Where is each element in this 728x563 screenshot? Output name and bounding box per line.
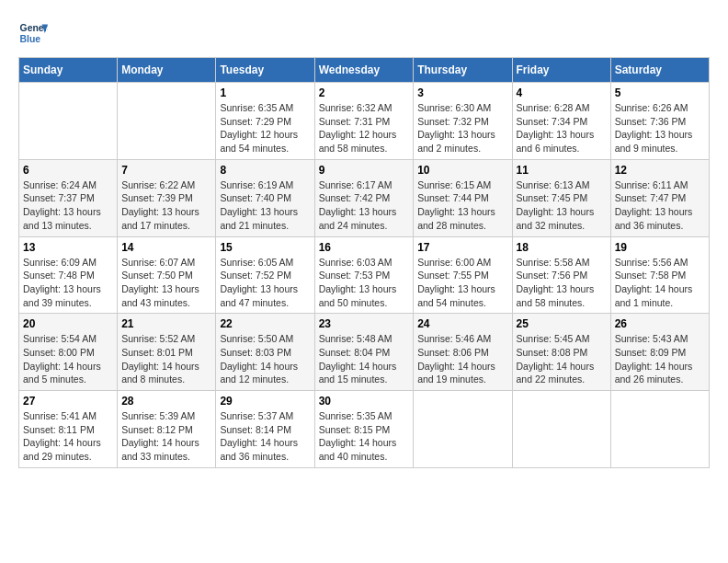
calendar-cell: 26Sunrise: 5:43 AMSunset: 8:09 PMDayligh… — [610, 314, 709, 391]
day-info: Sunrise: 5:45 AMSunset: 8:08 PMDaylight:… — [517, 332, 607, 386]
calendar-cell: 9Sunrise: 6:17 AMSunset: 7:42 PMDaylight… — [314, 159, 414, 236]
day-info: Sunrise: 5:41 AMSunset: 8:11 PMDaylight:… — [23, 409, 113, 464]
calendar-cell: 3Sunrise: 6:30 AMSunset: 7:32 PMDaylight… — [414, 83, 512, 160]
day-info: Sunrise: 6:03 AMSunset: 7:53 PMDaylight:… — [319, 256, 410, 310]
day-number: 1 — [220, 86, 310, 99]
day-info: Sunrise: 5:48 AMSunset: 8:04 PMDaylight:… — [319, 332, 410, 386]
day-info: Sunrise: 5:56 AMSunset: 7:58 PMDaylight:… — [615, 256, 705, 310]
day-info: Sunrise: 6:09 AMSunset: 7:48 PMDaylight:… — [23, 256, 113, 310]
weekday-header: Wednesday — [314, 58, 414, 83]
calendar-cell: 27Sunrise: 5:41 AMSunset: 8:11 PMDayligh… — [19, 391, 118, 468]
calendar-cell — [19, 83, 118, 160]
calendar-cell: 29Sunrise: 5:37 AMSunset: 8:14 PMDayligh… — [216, 391, 314, 468]
day-number: 5 — [615, 86, 705, 99]
calendar-cell: 1Sunrise: 6:35 AMSunset: 7:29 PMDaylight… — [216, 83, 314, 160]
day-number: 27 — [23, 395, 113, 408]
day-number: 18 — [517, 241, 607, 254]
calendar-cell: 16Sunrise: 6:03 AMSunset: 7:53 PMDayligh… — [314, 236, 414, 314]
day-number: 28 — [121, 395, 211, 408]
calendar-cell: 8Sunrise: 6:19 AMSunset: 7:40 PMDaylight… — [216, 159, 314, 236]
calendar-cell — [512, 391, 610, 468]
day-number: 15 — [220, 241, 310, 254]
day-number: 21 — [121, 317, 211, 330]
day-info: Sunrise: 6:17 AMSunset: 7:42 PMDaylight:… — [319, 178, 410, 233]
svg-text:Blue: Blue — [20, 34, 41, 44]
calendar-cell: 7Sunrise: 6:22 AMSunset: 7:39 PMDaylight… — [118, 159, 216, 236]
calendar-cell: 18Sunrise: 5:58 AMSunset: 7:56 PMDayligh… — [512, 236, 610, 314]
calendar-cell: 28Sunrise: 5:39 AMSunset: 8:12 PMDayligh… — [118, 391, 216, 468]
calendar-cell — [610, 391, 709, 468]
calendar-cell: 5Sunrise: 6:26 AMSunset: 7:36 PMDaylight… — [610, 83, 709, 160]
day-info: Sunrise: 6:28 AMSunset: 7:34 PMDaylight:… — [517, 101, 607, 155]
day-info: Sunrise: 6:30 AMSunset: 7:32 PMDaylight:… — [417, 101, 507, 155]
day-info: Sunrise: 6:11 AMSunset: 7:47 PMDaylight:… — [615, 178, 705, 233]
day-number: 13 — [23, 241, 113, 254]
day-info: Sunrise: 5:52 AMSunset: 8:01 PMDaylight:… — [121, 332, 211, 386]
calendar-cell — [414, 391, 512, 468]
logo: General Blue — [18, 18, 48, 48]
calendar-cell: 21Sunrise: 5:52 AMSunset: 8:01 PMDayligh… — [118, 314, 216, 391]
day-number: 12 — [615, 164, 705, 177]
calendar-cell: 24Sunrise: 5:46 AMSunset: 8:06 PMDayligh… — [414, 314, 512, 391]
day-info: Sunrise: 6:26 AMSunset: 7:36 PMDaylight:… — [615, 101, 705, 155]
calendar-cell: 30Sunrise: 5:35 AMSunset: 8:15 PMDayligh… — [314, 391, 414, 468]
day-info: Sunrise: 5:35 AMSunset: 8:15 PMDaylight:… — [319, 409, 410, 464]
day-info: Sunrise: 6:15 AMSunset: 7:44 PMDaylight:… — [417, 178, 507, 233]
day-number: 20 — [23, 317, 113, 330]
calendar-cell: 2Sunrise: 6:32 AMSunset: 7:31 PMDaylight… — [314, 83, 414, 160]
calendar-cell: 19Sunrise: 5:56 AMSunset: 7:58 PMDayligh… — [610, 236, 709, 314]
calendar-cell: 23Sunrise: 5:48 AMSunset: 8:04 PMDayligh… — [314, 314, 414, 391]
day-info: Sunrise: 6:13 AMSunset: 7:45 PMDaylight:… — [517, 178, 607, 233]
day-number: 9 — [319, 164, 410, 177]
calendar-cell: 15Sunrise: 6:05 AMSunset: 7:52 PMDayligh… — [216, 236, 314, 314]
weekday-header: Tuesday — [216, 58, 314, 83]
day-number: 2 — [319, 86, 410, 99]
day-info: Sunrise: 6:24 AMSunset: 7:37 PMDaylight:… — [23, 178, 113, 233]
day-info: Sunrise: 5:39 AMSunset: 8:12 PMDaylight:… — [121, 409, 211, 464]
calendar-cell: 6Sunrise: 6:24 AMSunset: 7:37 PMDaylight… — [19, 159, 118, 236]
day-number: 29 — [220, 395, 310, 408]
day-info: Sunrise: 6:19 AMSunset: 7:40 PMDaylight:… — [220, 178, 310, 233]
calendar-cell: 14Sunrise: 6:07 AMSunset: 7:50 PMDayligh… — [118, 236, 216, 314]
day-number: 26 — [615, 317, 705, 330]
calendar-cell: 13Sunrise: 6:09 AMSunset: 7:48 PMDayligh… — [19, 236, 118, 314]
day-info: Sunrise: 5:50 AMSunset: 8:03 PMDaylight:… — [220, 332, 310, 386]
day-info: Sunrise: 5:58 AMSunset: 7:56 PMDaylight:… — [517, 256, 607, 310]
day-number: 6 — [23, 164, 113, 177]
day-info: Sunrise: 5:54 AMSunset: 8:00 PMDaylight:… — [23, 332, 113, 386]
day-number: 17 — [417, 241, 507, 254]
day-info: Sunrise: 6:07 AMSunset: 7:50 PMDaylight:… — [121, 256, 211, 310]
day-number: 19 — [615, 241, 705, 254]
day-number: 4 — [517, 86, 607, 99]
day-number: 3 — [417, 86, 507, 99]
calendar-cell: 4Sunrise: 6:28 AMSunset: 7:34 PMDaylight… — [512, 83, 610, 160]
day-number: 30 — [319, 395, 410, 408]
day-info: Sunrise: 6:35 AMSunset: 7:29 PMDaylight:… — [220, 101, 310, 155]
calendar-cell — [118, 83, 216, 160]
weekday-header: Monday — [118, 58, 216, 83]
page-header: General Blue — [18, 18, 710, 48]
day-number: 7 — [121, 164, 211, 177]
calendar-cell: 22Sunrise: 5:50 AMSunset: 8:03 PMDayligh… — [216, 314, 314, 391]
day-info: Sunrise: 5:46 AMSunset: 8:06 PMDaylight:… — [417, 332, 507, 386]
day-number: 8 — [220, 164, 310, 177]
day-info: Sunrise: 6:32 AMSunset: 7:31 PMDaylight:… — [319, 101, 410, 155]
calendar-cell: 17Sunrise: 6:00 AMSunset: 7:55 PMDayligh… — [414, 236, 512, 314]
day-info: Sunrise: 6:00 AMSunset: 7:55 PMDaylight:… — [417, 256, 507, 310]
day-number: 11 — [517, 164, 607, 177]
calendar-cell: 11Sunrise: 6:13 AMSunset: 7:45 PMDayligh… — [512, 159, 610, 236]
day-number: 25 — [517, 317, 607, 330]
weekday-header: Saturday — [610, 58, 709, 83]
logo-icon: General Blue — [18, 18, 48, 48]
weekday-header: Thursday — [414, 58, 512, 83]
day-info: Sunrise: 6:22 AMSunset: 7:39 PMDaylight:… — [121, 178, 211, 233]
calendar-cell: 10Sunrise: 6:15 AMSunset: 7:44 PMDayligh… — [414, 159, 512, 236]
day-number: 10 — [417, 164, 507, 177]
day-info: Sunrise: 5:37 AMSunset: 8:14 PMDaylight:… — [220, 409, 310, 464]
day-number: 14 — [121, 241, 211, 254]
calendar-cell: 25Sunrise: 5:45 AMSunset: 8:08 PMDayligh… — [512, 314, 610, 391]
calendar-table: SundayMondayTuesdayWednesdayThursdayFrid… — [18, 57, 710, 468]
day-number: 16 — [319, 241, 410, 254]
calendar-cell: 12Sunrise: 6:11 AMSunset: 7:47 PMDayligh… — [610, 159, 709, 236]
day-number: 24 — [417, 317, 507, 330]
